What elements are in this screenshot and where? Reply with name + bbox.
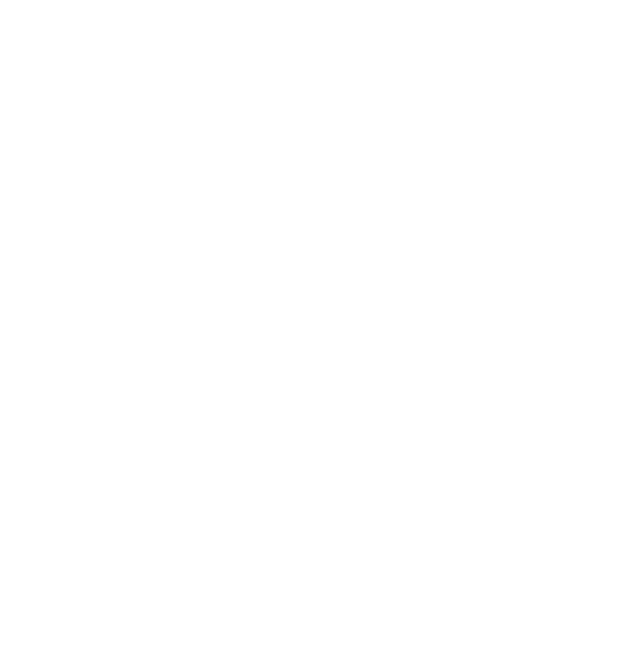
diagram-svg xyxy=(0,0,644,670)
diagram-container xyxy=(0,0,644,670)
